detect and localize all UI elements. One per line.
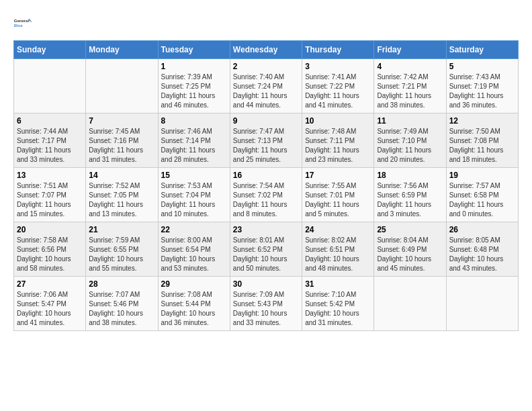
day-header-thursday: Thursday — [302, 41, 374, 59]
day-header-wednesday: Wednesday — [230, 41, 302, 59]
day-info: Sunrise: 7:54 AMSunset: 7:02 PMDaylight:… — [233, 181, 299, 219]
day-info: Sunrise: 7:50 AMSunset: 7:08 PMDaylight:… — [449, 127, 515, 165]
day-cell: 26Sunrise: 8:05 AMSunset: 6:48 PMDayligh… — [446, 222, 518, 277]
day-info: Sunrise: 7:41 AMSunset: 7:22 PMDaylight:… — [305, 73, 371, 110]
day-cell: 27Sunrise: 7:06 AMSunset: 5:47 PMDayligh… — [14, 277, 86, 331]
day-number: 31 — [305, 279, 371, 289]
svg-text:Blue: Blue — [14, 24, 24, 28]
week-row-3: 13Sunrise: 7:51 AMSunset: 7:07 PMDayligh… — [14, 168, 519, 222]
day-number: 6 — [17, 116, 83, 126]
day-info: Sunrise: 7:46 AMSunset: 7:14 PMDaylight:… — [161, 127, 227, 165]
day-cell — [86, 59, 158, 113]
day-cell: 23Sunrise: 8:01 AMSunset: 6:52 PMDayligh… — [230, 222, 302, 277]
calendar-table: SundayMondayTuesdayWednesdayThursdayFrid… — [13, 40, 519, 331]
day-info: Sunrise: 8:01 AMSunset: 6:52 PMDaylight:… — [233, 236, 299, 273]
day-number: 16 — [233, 171, 299, 180]
day-number: 2 — [233, 62, 299, 71]
day-info: Sunrise: 7:40 AMSunset: 7:24 PMDaylight:… — [233, 73, 299, 110]
day-cell: 1Sunrise: 7:39 AMSunset: 7:25 PMDaylight… — [158, 59, 230, 113]
day-number: 30 — [233, 279, 299, 289]
day-cell: 28Sunrise: 7:07 AMSunset: 5:46 PMDayligh… — [86, 277, 158, 331]
day-cell: 15Sunrise: 7:53 AMSunset: 7:04 PMDayligh… — [158, 168, 230, 222]
day-info: Sunrise: 7:48 AMSunset: 7:11 PMDaylight:… — [305, 127, 371, 165]
calendar-header: SundayMondayTuesdayWednesdayThursdayFrid… — [14, 41, 519, 59]
day-cell: 30Sunrise: 7:09 AMSunset: 5:43 PMDayligh… — [230, 277, 302, 331]
day-number: 27 — [17, 279, 83, 289]
day-number: 12 — [449, 116, 515, 126]
day-info: Sunrise: 8:04 AMSunset: 6:49 PMDaylight:… — [377, 236, 443, 273]
day-header-monday: Monday — [86, 41, 158, 59]
day-header-tuesday: Tuesday — [158, 41, 230, 59]
day-cell: 31Sunrise: 7:10 AMSunset: 5:42 PMDayligh… — [302, 277, 374, 331]
day-info: Sunrise: 7:39 AMSunset: 7:25 PMDaylight:… — [161, 73, 227, 110]
day-number: 11 — [377, 116, 443, 126]
day-number: 13 — [17, 171, 83, 180]
day-info: Sunrise: 7:59 AMSunset: 6:55 PMDaylight:… — [89, 236, 154, 273]
day-cell — [14, 59, 86, 113]
day-number: 14 — [89, 171, 154, 180]
day-number: 7 — [89, 116, 154, 126]
day-info: Sunrise: 7:10 AMSunset: 5:42 PMDaylight:… — [305, 290, 371, 328]
day-number: 1 — [161, 62, 227, 71]
day-cell: 14Sunrise: 7:52 AMSunset: 7:05 PMDayligh… — [86, 168, 158, 222]
day-number: 20 — [17, 225, 83, 234]
day-number: 26 — [449, 225, 515, 234]
day-header-friday: Friday — [374, 41, 446, 59]
day-cell: 29Sunrise: 7:08 AMSunset: 5:44 PMDayligh… — [158, 277, 230, 331]
day-cell: 22Sunrise: 8:00 AMSunset: 6:54 PMDayligh… — [158, 222, 230, 277]
day-info: Sunrise: 7:56 AMSunset: 6:59 PMDaylight:… — [377, 181, 443, 219]
svg-marker-2 — [29, 18, 32, 22]
day-info: Sunrise: 7:55 AMSunset: 7:01 PMDaylight:… — [305, 181, 371, 219]
day-header-sunday: Sunday — [14, 41, 86, 59]
week-row-2: 6Sunrise: 7:44 AMSunset: 7:17 PMDaylight… — [14, 113, 519, 168]
day-info: Sunrise: 7:45 AMSunset: 7:16 PMDaylight:… — [89, 127, 154, 165]
day-cell: 9Sunrise: 7:47 AMSunset: 7:13 PMDaylight… — [230, 113, 302, 168]
day-info: Sunrise: 7:07 AMSunset: 5:46 PMDaylight:… — [89, 290, 154, 328]
day-cell: 2Sunrise: 7:40 AMSunset: 7:24 PMDaylight… — [230, 59, 302, 113]
day-info: Sunrise: 7:51 AMSunset: 7:07 PMDaylight:… — [17, 181, 83, 219]
week-row-1: 1Sunrise: 7:39 AMSunset: 7:25 PMDaylight… — [14, 59, 519, 113]
day-info: Sunrise: 8:02 AMSunset: 6:51 PMDaylight:… — [305, 236, 371, 273]
day-info: Sunrise: 7:42 AMSunset: 7:21 PMDaylight:… — [377, 73, 443, 110]
day-cell: 4Sunrise: 7:42 AMSunset: 7:21 PMDaylight… — [374, 59, 446, 113]
day-cell: 7Sunrise: 7:45 AMSunset: 7:16 PMDaylight… — [86, 113, 158, 168]
day-info: Sunrise: 8:05 AMSunset: 6:48 PMDaylight:… — [449, 236, 515, 273]
day-cell: 18Sunrise: 7:56 AMSunset: 6:59 PMDayligh… — [374, 168, 446, 222]
day-info: Sunrise: 8:00 AMSunset: 6:54 PMDaylight:… — [161, 236, 227, 273]
day-number: 10 — [305, 116, 371, 126]
day-cell: 6Sunrise: 7:44 AMSunset: 7:17 PMDaylight… — [14, 113, 86, 168]
day-number: 22 — [161, 225, 227, 234]
day-cell — [374, 277, 446, 331]
day-info: Sunrise: 7:49 AMSunset: 7:10 PMDaylight:… — [377, 127, 443, 165]
day-cell: 11Sunrise: 7:49 AMSunset: 7:10 PMDayligh… — [374, 113, 446, 168]
day-info: Sunrise: 7:57 AMSunset: 6:58 PMDaylight:… — [449, 181, 515, 219]
day-number: 21 — [89, 225, 154, 234]
day-number: 29 — [161, 279, 227, 289]
page-header: GeneralBlue — [13, 13, 519, 34]
day-number: 3 — [305, 62, 371, 71]
day-number: 5 — [449, 62, 515, 71]
day-number: 4 — [377, 62, 443, 71]
day-info: Sunrise: 7:53 AMSunset: 7:04 PMDaylight:… — [161, 181, 227, 219]
day-number: 28 — [89, 279, 154, 289]
day-cell: 3Sunrise: 7:41 AMSunset: 7:22 PMDaylight… — [302, 59, 374, 113]
week-row-4: 20Sunrise: 7:58 AMSunset: 6:56 PMDayligh… — [14, 222, 519, 277]
calendar-body: 1Sunrise: 7:39 AMSunset: 7:25 PMDaylight… — [14, 59, 519, 331]
day-cell: 24Sunrise: 8:02 AMSunset: 6:51 PMDayligh… — [302, 222, 374, 277]
day-cell: 21Sunrise: 7:59 AMSunset: 6:55 PMDayligh… — [86, 222, 158, 277]
day-info: Sunrise: 7:09 AMSunset: 5:43 PMDaylight:… — [233, 290, 299, 328]
day-cell: 16Sunrise: 7:54 AMSunset: 7:02 PMDayligh… — [230, 168, 302, 222]
day-cell: 25Sunrise: 8:04 AMSunset: 6:49 PMDayligh… — [374, 222, 446, 277]
day-number: 18 — [377, 171, 443, 180]
day-info: Sunrise: 7:44 AMSunset: 7:17 PMDaylight:… — [17, 127, 83, 165]
day-cell: 13Sunrise: 7:51 AMSunset: 7:07 PMDayligh… — [14, 168, 86, 222]
day-cell: 19Sunrise: 7:57 AMSunset: 6:58 PMDayligh… — [446, 168, 518, 222]
day-info: Sunrise: 7:47 AMSunset: 7:13 PMDaylight:… — [233, 127, 299, 165]
day-cell: 8Sunrise: 7:46 AMSunset: 7:14 PMDaylight… — [158, 113, 230, 168]
day-number: 9 — [233, 116, 299, 126]
day-number: 15 — [161, 171, 227, 180]
day-info: Sunrise: 7:43 AMSunset: 7:19 PMDaylight:… — [449, 73, 515, 110]
day-cell: 12Sunrise: 7:50 AMSunset: 7:08 PMDayligh… — [446, 113, 518, 168]
day-info: Sunrise: 7:58 AMSunset: 6:56 PMDaylight:… — [17, 236, 83, 273]
day-number: 19 — [449, 171, 515, 180]
